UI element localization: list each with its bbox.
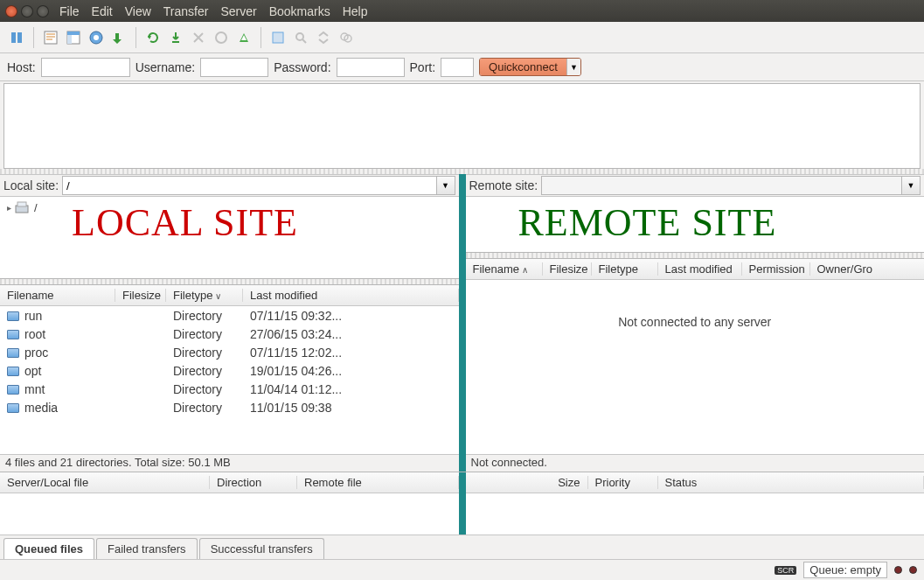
menu-bookmarks[interactable]: Bookmarks [269, 4, 330, 18]
remote-site-label: Remote site: [469, 178, 538, 192]
remote-list-body[interactable]: Not connected to any server [466, 280, 925, 454]
port-label: Port: [410, 60, 436, 74]
remote-path-input[interactable] [541, 176, 901, 195]
main-split: Local site: ▼ ▸ / LOCAL SITE Filename Fi… [0, 174, 924, 472]
table-row[interactable]: runDirectory07/11/15 09:32... [0, 306, 459, 325]
host-label: Host: [7, 60, 36, 74]
refresh-icon[interactable] [109, 28, 129, 47]
queue-col-priority[interactable]: Priority [588, 476, 658, 489]
toggle-log-icon[interactable] [41, 28, 60, 47]
svg-point-20 [296, 33, 303, 40]
local-path-dropdown[interactable]: ▼ [436, 176, 455, 195]
disconnect-icon[interactable] [189, 28, 208, 47]
svg-rect-2 [45, 31, 57, 44]
menu-server[interactable]: Server [220, 4, 256, 18]
queue-col-size[interactable]: Size [466, 476, 588, 489]
svg-rect-1 [17, 32, 22, 43]
menu-help[interactable]: Help [343, 4, 368, 18]
local-tree-panel[interactable]: ▸ / LOCAL SITE [0, 197, 459, 279]
window-minimize-button[interactable] [21, 5, 33, 17]
transfer-queue-panel: Server/Local file Direction Remote file … [0, 472, 924, 535]
host-input[interactable] [41, 58, 130, 77]
local-tree-splitter[interactable] [0, 279, 459, 284]
window-maximize-button[interactable] [37, 5, 49, 17]
reconnect-icon[interactable] [212, 28, 231, 47]
username-input[interactable] [200, 58, 268, 77]
svg-rect-19 [273, 32, 283, 43]
table-row[interactable]: procDirectory07/11/15 12:02... [0, 343, 459, 361]
remote-pane: Remote site: ▼ REMOTE SITE Filename File… [466, 174, 925, 472]
window-close-button[interactable] [5, 5, 17, 17]
menu-edit[interactable]: Edit [92, 4, 113, 18]
menu-view[interactable]: View [125, 4, 151, 18]
menu-transfer[interactable]: Transfer [163, 4, 209, 18]
folder-icon [7, 403, 19, 413]
local-file-list: Filename Filesize Filetype Last modified… [0, 284, 459, 454]
queue-col-remotefile[interactable]: Remote file [297, 476, 459, 489]
toggle-queue-icon[interactable] [87, 28, 106, 47]
remote-path-bar: Remote site: ▼ [466, 174, 925, 197]
encryption-indicator-icon: SCR [775, 566, 796, 575]
menu-file[interactable]: File [59, 4, 80, 18]
quickconnect-dropdown[interactable]: ▼ [566, 59, 580, 75]
tab-failed-transfers[interactable]: Failed transfers [96, 538, 198, 559]
local-col-filesize[interactable]: Filesize [115, 289, 166, 302]
main-menu: File Edit View Transfer Server Bookmarks… [59, 4, 367, 18]
remote-status: Not connected. [466, 454, 925, 472]
cancel-icon[interactable] [166, 28, 185, 47]
password-label: Password: [274, 60, 330, 74]
remote-col-lastmod[interactable]: Last modified [658, 262, 742, 276]
remote-column-header[interactable]: Filename Filesize Filetype Last modified… [466, 259, 925, 280]
username-label: Username: [135, 60, 195, 74]
local-list-body[interactable]: runDirectory07/11/15 09:32...rootDirecto… [0, 306, 459, 454]
activity-indicator-2-icon [909, 566, 917, 574]
folder-icon [7, 385, 19, 395]
remote-col-filename[interactable]: Filename [466, 262, 543, 276]
password-input[interactable] [337, 58, 405, 77]
local-col-filename[interactable]: Filename [0, 289, 115, 302]
process-queue-icon[interactable] [143, 28, 163, 47]
table-row[interactable]: mntDirectory11/04/14 01:12... [0, 380, 459, 398]
folder-icon [7, 311, 19, 321]
queue-splitter[interactable] [459, 472, 466, 535]
local-col-filetype[interactable]: Filetype [166, 289, 243, 302]
local-col-lastmod[interactable]: Last modified [243, 289, 459, 302]
queue-right: Size Priority Status [466, 472, 925, 535]
remote-overlay-text: REMOTE SITE [518, 200, 777, 245]
filter-icon[interactable] [268, 28, 288, 47]
compare-icon[interactable] [234, 28, 254, 47]
remote-col-filetype[interactable]: Filetype [592, 262, 658, 276]
remote-path-dropdown[interactable]: ▼ [901, 176, 921, 195]
tab-queued-files[interactable]: Queued files [3, 538, 94, 559]
queue-col-status[interactable]: Status [658, 476, 925, 489]
table-row[interactable]: mediaDirectory11/01/15 09:38 [0, 398, 459, 416]
remote-tree-panel[interactable]: REMOTE SITE [466, 197, 925, 253]
vertical-splitter[interactable] [459, 174, 466, 472]
quickconnect-button[interactable]: Quickconnect [480, 59, 566, 75]
message-log[interactable] [3, 83, 921, 169]
tree-root-label[interactable]: / [34, 201, 38, 214]
local-path-input[interactable] [62, 176, 435, 195]
tab-successful-transfers[interactable]: Successful transfers [199, 538, 324, 559]
port-input[interactable] [441, 58, 474, 77]
toggle-tree-icon[interactable] [64, 28, 83, 47]
local-path-bar: Local site: ▼ [0, 174, 459, 197]
sync-browse-icon[interactable] [314, 28, 333, 47]
remote-col-filesize[interactable]: Filesize [543, 262, 592, 276]
queue-col-direction[interactable]: Direction [210, 476, 297, 489]
find-icon[interactable] [337, 28, 356, 47]
local-column-header[interactable]: Filename Filesize Filetype Last modified [0, 285, 459, 306]
remote-col-owner[interactable]: Owner/Gro [810, 262, 925, 276]
svg-point-16 [216, 32, 226, 43]
svg-rect-7 [67, 31, 80, 35]
search-icon[interactable] [291, 28, 310, 47]
table-row[interactable]: rootDirectory27/06/15 03:24... [0, 325, 459, 343]
remote-col-permission[interactable]: Permission [742, 262, 810, 276]
local-pane: Local site: ▼ ▸ / LOCAL SITE Filename Fi… [0, 174, 459, 472]
tree-expander-icon[interactable]: ▸ [7, 203, 11, 213]
svg-rect-0 [11, 32, 16, 43]
site-manager-icon[interactable] [7, 28, 26, 47]
remote-tree-splitter[interactable] [466, 253, 925, 258]
table-row[interactable]: optDirectory19/01/15 04:26... [0, 361, 459, 380]
queue-col-server[interactable]: Server/Local file [0, 476, 210, 489]
